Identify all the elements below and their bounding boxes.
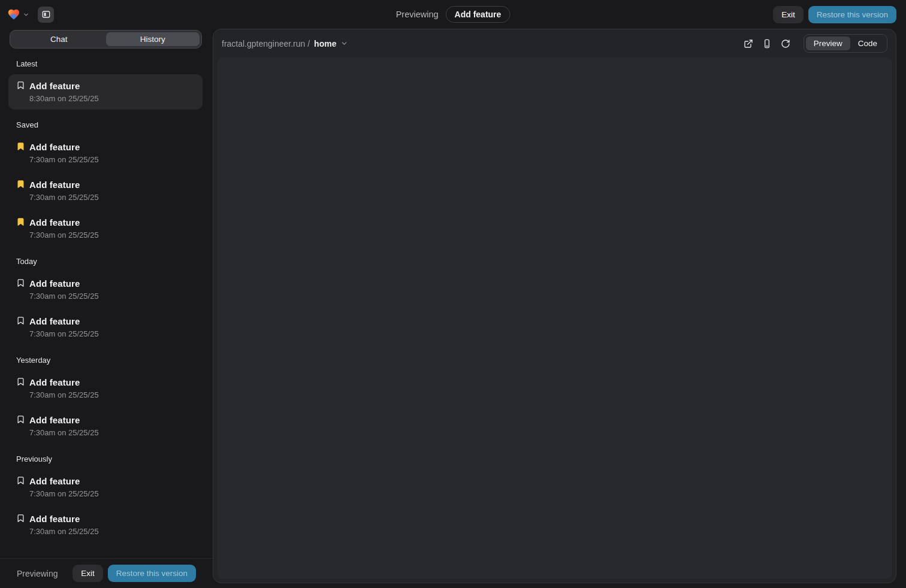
- section-title-previously: Previously: [16, 454, 195, 463]
- history-item-timestamp: 7:30am on 25/25/25: [29, 230, 99, 241]
- exit-button[interactable]: Exit: [773, 6, 804, 23]
- history-item-title: Add feature: [29, 178, 99, 191]
- sidebar-tab-switcher: Chat History: [10, 30, 202, 49]
- section-title-latest: Latest: [16, 59, 195, 68]
- mobile-view-button[interactable]: [759, 35, 775, 51]
- history-item-title: Add feature: [29, 513, 99, 525]
- history-item-timestamp: 7:30am on 25/25/25: [29, 390, 99, 401]
- history-sidebar: Chat History Latest Add feature 8:30am o…: [0, 29, 213, 588]
- history-item-timestamp: 7:30am on 25/25/25: [29, 192, 99, 203]
- history-item-title: Add feature: [29, 216, 99, 229]
- history-item-title: Add feature: [29, 277, 99, 290]
- refresh-button[interactable]: [778, 35, 794, 51]
- preview-viewport: [217, 57, 892, 579]
- history-item-title: Add feature: [29, 141, 99, 153]
- history-item[interactable]: Add feature 7:30am on 25/25/25: [8, 507, 203, 542]
- restore-version-button[interactable]: Restore this version: [108, 565, 196, 582]
- history-item[interactable]: Add feature 7:30am on 25/25/25: [8, 272, 203, 307]
- chevron-down-icon: [23, 11, 29, 18]
- history-item[interactable]: Add feature 7:30am on 25/25/25: [8, 469, 203, 505]
- history-item-title: Add feature: [29, 414, 99, 426]
- smartphone-icon: [762, 39, 772, 49]
- history-item-title: Add feature: [29, 376, 99, 389]
- tab-chat[interactable]: Chat: [12, 32, 106, 46]
- bookmark-filled-icon: [16, 217, 25, 226]
- previewing-status: Previewing: [396, 10, 439, 19]
- preview-panel: fractal.gptengineer.run / home Preview C…: [213, 29, 896, 583]
- history-item-timestamp: 7:30am on 25/25/25: [29, 428, 99, 438]
- history-item-title: Add feature: [29, 475, 99, 487]
- bookmark-filled-icon: [16, 142, 25, 151]
- history-item[interactable]: Add feature 7:30am on 25/25/25: [8, 310, 203, 345]
- sidebar-toggle-button[interactable]: [38, 7, 54, 23]
- history-item-timestamp: 7:30am on 25/25/25: [29, 154, 99, 165]
- bookmark-icon: [16, 415, 25, 424]
- bookmark-icon: [16, 278, 25, 287]
- section-title-yesterday: Yesterday: [16, 356, 195, 365]
- exit-button[interactable]: Exit: [73, 565, 103, 582]
- history-item-timestamp: 7:30am on 25/25/25: [29, 489, 99, 499]
- bookmark-icon: [16, 476, 25, 485]
- tab-history[interactable]: History: [106, 32, 200, 46]
- history-item-title: Add feature: [29, 80, 99, 92]
- bookmark-icon: [16, 81, 25, 90]
- restore-version-button[interactable]: Restore this version: [808, 6, 896, 23]
- section-title-today: Today: [16, 257, 195, 266]
- preview-header: fractal.gptengineer.run / home Preview C…: [213, 29, 896, 57]
- url-page: home: [314, 39, 336, 49]
- chevron-down-icon: [340, 40, 348, 47]
- history-item[interactable]: Add feature 7:30am on 25/25/25: [8, 371, 203, 406]
- tab-code[interactable]: Code: [850, 37, 885, 50]
- bookmark-icon: [16, 514, 25, 523]
- logo-menu[interactable]: [7, 8, 29, 21]
- history-item[interactable]: Add feature 8:30am on 25/25/25: [8, 74, 203, 110]
- external-link-icon: [744, 39, 753, 49]
- section-title-saved: Saved: [16, 120, 195, 129]
- history-list[interactable]: Latest Add feature 8:30am on 25/25/25 Sa…: [0, 49, 213, 558]
- bookmark-filled-icon: [16, 180, 25, 189]
- bookmark-icon: [16, 316, 25, 325]
- lovable-heart-icon: [7, 8, 20, 21]
- history-item-timestamp: 7:30am on 25/25/25: [29, 329, 99, 340]
- bookmark-icon: [16, 377, 25, 386]
- history-item[interactable]: Add feature 7:30am on 25/25/25: [8, 173, 203, 208]
- history-item[interactable]: Add feature 7:30am on 25/25/25: [8, 408, 203, 444]
- tab-preview[interactable]: Preview: [806, 37, 850, 50]
- url-host: fractal.gptengineer.run /: [222, 39, 310, 49]
- top-bar: Previewing Add feature Exit Restore this…: [0, 0, 906, 29]
- view-switcher: Preview Code: [804, 34, 887, 53]
- panel-left-icon: [41, 10, 51, 19]
- previewing-status: Previewing: [17, 569, 68, 578]
- open-in-new-tab-button[interactable]: [741, 35, 757, 51]
- history-item-timestamp: 7:30am on 25/25/25: [29, 526, 99, 537]
- refresh-icon: [781, 39, 790, 49]
- history-item[interactable]: Add feature 7:30am on 25/25/25: [8, 135, 203, 171]
- history-item-timestamp: 7:30am on 25/25/25: [29, 291, 99, 302]
- url-bar[interactable]: fractal.gptengineer.run / home: [222, 39, 348, 49]
- version-pill[interactable]: Add feature: [446, 6, 511, 23]
- history-item-title: Add feature: [29, 315, 99, 328]
- sidebar-footer: Previewing Exit Restore this version: [0, 558, 213, 588]
- history-item-timestamp: 8:30am on 25/25/25: [29, 93, 99, 104]
- history-item[interactable]: Add feature 7:30am on 25/25/25: [8, 211, 203, 246]
